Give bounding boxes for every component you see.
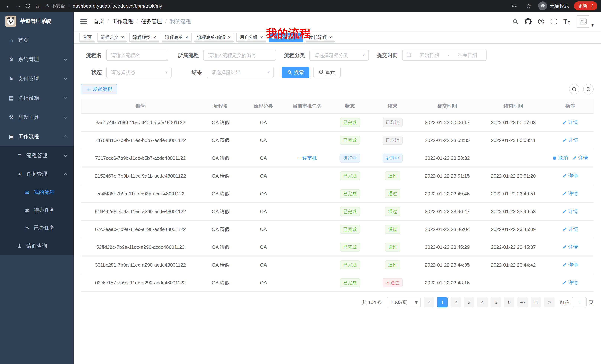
detail-action-link[interactable]: 详情 bbox=[562, 190, 578, 197]
breadcrumb-item-workflow[interactable]: 工作流程 bbox=[112, 18, 133, 25]
tab-process-form-edit[interactable]: 流程表单-编辑× bbox=[194, 33, 234, 42]
detail-action-link[interactable]: 详情 bbox=[562, 172, 578, 179]
search-icon bbox=[288, 70, 292, 75]
create-process-button[interactable]: ＋ 发起流程 bbox=[81, 84, 117, 94]
close-icon[interactable]: × bbox=[228, 35, 231, 40]
detail-action-link[interactable]: 详情 bbox=[562, 137, 578, 144]
sidebar-item-payment[interactable]: ¥支付管理 bbox=[0, 69, 74, 88]
sidebar-toggle-icon[interactable] bbox=[80, 19, 87, 24]
sidebar-item-done-task[interactable]: ✂已办任务 bbox=[0, 219, 74, 237]
refresh-table-button[interactable] bbox=[583, 84, 594, 94]
current-task-link[interactable]: 一级审批 bbox=[298, 155, 317, 161]
toolbar-row: ＋ 发起流程 bbox=[81, 84, 594, 94]
toggle-search-button[interactable] bbox=[569, 84, 580, 94]
result-select[interactable]: 请选择流结果 ▾ bbox=[207, 67, 274, 78]
cancel-action-link[interactable]: 取消 bbox=[552, 155, 568, 161]
calendar-icon bbox=[406, 52, 411, 58]
sidebar-item-home[interactable]: ⌂首页 bbox=[0, 30, 74, 50]
goto-unit-label: 页 bbox=[589, 299, 594, 306]
divider bbox=[69, 3, 69, 9]
close-icon[interactable]: × bbox=[260, 35, 263, 40]
goto-page-input[interactable] bbox=[572, 297, 587, 307]
submit-time-range-picker[interactable]: 开始日期 - 结束日期 bbox=[402, 50, 487, 61]
bookmark-star-icon[interactable]: ☆ bbox=[524, 1, 533, 11]
page-button-4[interactable]: 4 bbox=[477, 297, 488, 307]
sidebar-item-todo-task[interactable]: ◉待办任务 bbox=[0, 201, 74, 219]
page-button-6[interactable]: 6 bbox=[504, 297, 514, 307]
tab-home[interactable]: 首页 bbox=[80, 33, 95, 42]
github-icon[interactable] bbox=[525, 18, 531, 25]
security-indicator[interactable]: ⚠ 不安全 bbox=[45, 3, 65, 9]
reset-button[interactable]: 重置 bbox=[313, 67, 341, 78]
cell-process-name: OA 请假 bbox=[200, 220, 241, 238]
sidebar-item-dev-tools[interactable]: ⚒研发工具 bbox=[0, 108, 74, 127]
status-select[interactable]: 请选择状态 ▾ bbox=[106, 67, 172, 78]
back-icon[interactable]: ← bbox=[4, 1, 13, 11]
done-icon: ✂ bbox=[24, 225, 30, 231]
cell-end-time: 2022-01-22 23:46:09 bbox=[480, 220, 547, 238]
close-icon[interactable]: × bbox=[185, 35, 188, 40]
forward-icon[interactable]: → bbox=[13, 1, 23, 11]
detail-action-link[interactable]: 详情 bbox=[562, 262, 578, 268]
close-icon[interactable]: × bbox=[121, 35, 124, 40]
sidebar-item-system[interactable]: ⚙系统管理 bbox=[0, 50, 74, 69]
detail-action-link[interactable]: 详情 bbox=[562, 244, 578, 250]
sidebar-item-task-mgmt[interactable]: ⊞任务管理 bbox=[0, 165, 74, 183]
process-name-input[interactable] bbox=[106, 50, 168, 61]
breadcrumb-item-task-mgmt[interactable]: 任务管理 bbox=[141, 18, 162, 25]
cell-category: OA bbox=[241, 131, 285, 149]
detail-action-link[interactable]: 详情 bbox=[562, 226, 578, 232]
page-button-2[interactable]: 2 bbox=[451, 297, 461, 307]
tab-process-model[interactable]: 流程模型× bbox=[130, 33, 159, 42]
font-size-icon[interactable]: TT bbox=[563, 18, 570, 25]
home-icon[interactable]: ⌂ bbox=[33, 1, 42, 11]
url-text[interactable]: dashboard.yudao.iocoder.cn/bpm/task/my bbox=[73, 3, 162, 9]
page-button-3[interactable]: 3 bbox=[464, 297, 474, 307]
help-icon[interactable]: ? bbox=[538, 19, 544, 25]
category-select[interactable]: 请选择流程分类 ▾ bbox=[310, 50, 369, 61]
tab-process-definition[interactable]: 流程定义× bbox=[97, 33, 127, 42]
navbar: 首页 / 工作流程 / 任务管理 / 我的流程 ? bbox=[74, 12, 601, 31]
sidebar-item-leave-query[interactable]: 请假查询 bbox=[0, 237, 74, 255]
next-page-button[interactable]: > bbox=[544, 297, 555, 307]
sidebar-item-workflow[interactable]: ▣工作流程 bbox=[0, 127, 74, 146]
fullscreen-icon[interactable] bbox=[551, 19, 557, 25]
parent-process-input[interactable] bbox=[203, 50, 276, 61]
prev-page-button[interactable]: < bbox=[424, 297, 434, 307]
detail-action-link[interactable]: 详情 bbox=[562, 279, 578, 286]
key-icon[interactable] bbox=[509, 1, 519, 11]
page-button-5[interactable]: 5 bbox=[491, 297, 501, 307]
app-logo[interactable]: 芋道管理系统 bbox=[0, 12, 74, 30]
update-button[interactable]: 更新 ⋮ bbox=[574, 1, 597, 10]
search-icon[interactable] bbox=[513, 19, 518, 24]
page-size-select[interactable]: 10条/页 ▾ bbox=[387, 297, 421, 307]
close-icon[interactable]: × bbox=[153, 35, 156, 40]
user-avatar[interactable]: ▼ bbox=[577, 15, 594, 28]
search-button[interactable]: 搜索 bbox=[282, 67, 310, 78]
detail-action-link[interactable]: 详情 bbox=[572, 155, 588, 161]
sidebar-item-infrastructure[interactable]: ▤基础设施 bbox=[0, 88, 74, 108]
tab-process-form[interactable]: 流程表单× bbox=[161, 33, 191, 42]
tab-user-group[interactable]: 用户分组× bbox=[236, 33, 266, 42]
sidebar-item-label: 研发工具 bbox=[18, 114, 39, 121]
breadcrumb-separator: / bbox=[165, 19, 167, 25]
detail-action-link[interactable]: 详情 bbox=[562, 208, 578, 215]
more-pages-button[interactable]: ••• bbox=[517, 297, 528, 307]
pager-pages: 123456•••11 bbox=[437, 297, 541, 307]
column-header: 结束时间 bbox=[480, 99, 547, 114]
result-placeholder: 请选择流结果 bbox=[211, 69, 240, 76]
start-date-placeholder[interactable]: 开始日期 bbox=[414, 52, 445, 59]
column-header: 操作 bbox=[547, 99, 594, 114]
breadcrumb-item-home[interactable]: 首页 bbox=[94, 18, 104, 25]
table-row: 67c2eaab-7b9a-11ec-a290-acde48001122OA 请… bbox=[81, 220, 594, 238]
page-button-1[interactable]: 1 bbox=[437, 297, 448, 307]
category-label: 流程分类 bbox=[284, 52, 305, 59]
end-date-placeholder[interactable]: 结束日期 bbox=[452, 52, 482, 59]
page-button-11[interactable]: 11 bbox=[531, 297, 541, 307]
sidebar-item-process-mgmt[interactable]: ≣流程管理 bbox=[0, 146, 74, 165]
browser-menu-icon[interactable]: ⋮ bbox=[590, 3, 595, 9]
close-icon[interactable]: × bbox=[329, 35, 332, 40]
reload-icon[interactable] bbox=[23, 1, 33, 11]
sidebar-item-my-process[interactable]: ✉我的流程 bbox=[0, 183, 74, 201]
detail-action-link[interactable]: 详情 bbox=[562, 119, 578, 126]
